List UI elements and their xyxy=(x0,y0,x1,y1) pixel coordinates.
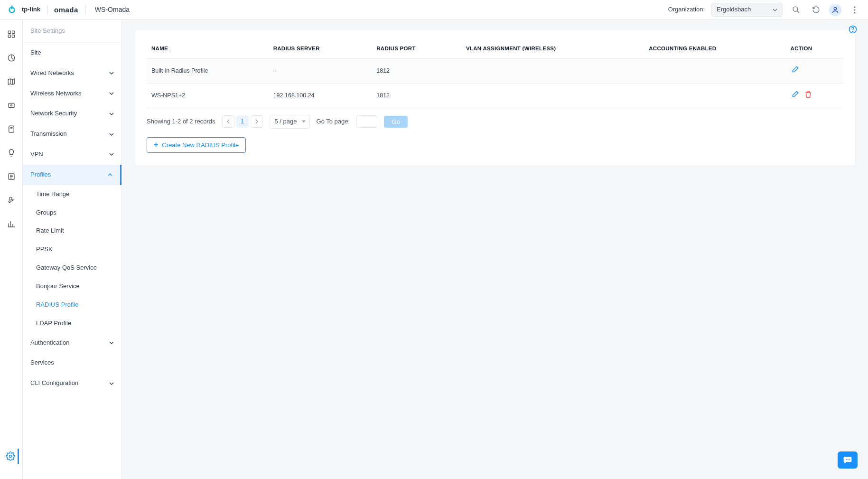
nav-item-label: Wireless Networks xyxy=(30,89,82,98)
create-radius-profile-button[interactable]: + Create New RADIUS Profile xyxy=(147,137,246,153)
nav-item-wired-networks[interactable]: Wired Networks xyxy=(23,63,121,84)
more-icon[interactable] xyxy=(848,3,861,17)
svg-point-3 xyxy=(854,6,856,8)
column-header: NAME xyxy=(147,39,269,58)
column-header: RADIUS PORT xyxy=(372,39,461,58)
nav-sub-groups[interactable]: Groups xyxy=(23,204,121,222)
cell-vlan xyxy=(461,58,644,83)
goto-page-input[interactable] xyxy=(356,115,377,128)
edit-icon[interactable] xyxy=(791,90,799,101)
nav-sub-gateway-qos-service[interactable]: Gateway QoS Service xyxy=(23,259,121,277)
nav-item-wireless-networks[interactable]: Wireless Networks xyxy=(23,84,121,104)
svg-rect-9 xyxy=(12,35,14,38)
rail-clients-icon[interactable] xyxy=(4,122,19,137)
nav-item-authentication[interactable]: Authentication xyxy=(23,333,121,353)
chevron-down-icon xyxy=(109,340,114,345)
chevron-down-icon xyxy=(109,381,114,386)
help-icon[interactable] xyxy=(848,25,858,37)
brand-logo: tp-link xyxy=(7,5,40,15)
column-header: ACTION xyxy=(786,39,843,58)
nav-item-label: Wired Networks xyxy=(30,69,74,78)
svg-point-20 xyxy=(849,459,850,460)
page-next-button[interactable] xyxy=(251,115,263,128)
rail-devices-icon[interactable] xyxy=(4,98,19,113)
nav-item-cli-configuration[interactable]: CLI Configuration xyxy=(23,373,121,394)
nav-item-network-security[interactable]: Network Security xyxy=(23,103,121,124)
delete-icon[interactable] xyxy=(804,90,812,101)
svg-point-12 xyxy=(10,105,12,106)
nav-sub-radius-profile[interactable]: RADIUS Profile xyxy=(23,296,121,314)
nav-item-transmission[interactable]: Transmission xyxy=(23,124,121,144)
nav-item-label: Authentication xyxy=(30,338,69,348)
chevron-down-icon xyxy=(109,152,114,157)
organization-label: Organization: xyxy=(668,5,705,14)
table-row: Built-in Radius Profile--1812 xyxy=(147,58,843,83)
settings-sidebar: Site Settings SiteWired NetworksWireless… xyxy=(23,20,122,479)
page-size-select[interactable]: 5 / page xyxy=(270,115,310,129)
nav-item-label: CLI Configuration xyxy=(30,379,78,388)
rail-report-icon[interactable] xyxy=(4,216,19,232)
cell-server: -- xyxy=(269,58,372,83)
rail-statistics-icon[interactable] xyxy=(4,50,19,66)
create-button-label: Create New RADIUS Profile xyxy=(162,141,239,149)
edit-icon[interactable] xyxy=(791,66,799,76)
rail-tools-icon[interactable] xyxy=(4,193,19,208)
goto-page-label: Go To page: xyxy=(317,117,350,126)
page-prev-button[interactable] xyxy=(222,115,234,128)
column-header: ACCOUNTING ENABLED xyxy=(644,39,785,58)
chevron-down-icon xyxy=(109,112,114,116)
nav-sub-bonjour-service[interactable]: Bonjour Service xyxy=(23,277,121,296)
cell-action xyxy=(786,58,843,83)
radius-profile-table: NAMERADIUS SERVERRADIUS PORTVLAN ASSIGNM… xyxy=(147,39,843,108)
nav-item-services[interactable]: Services xyxy=(23,353,121,373)
svg-rect-13 xyxy=(9,126,14,132)
rail-map-icon[interactable] xyxy=(4,74,19,89)
cell-action xyxy=(786,83,843,108)
svg-point-15 xyxy=(9,455,12,458)
cell-name: Built-in Radius Profile xyxy=(147,58,269,83)
refresh-icon[interactable] xyxy=(809,3,822,17)
icon-rail xyxy=(0,20,23,479)
rail-insight-icon[interactable] xyxy=(4,145,19,160)
nav-item-label: VPN xyxy=(30,150,43,159)
rail-settings-icon[interactable] xyxy=(4,449,19,464)
brand-divider-2 xyxy=(85,5,85,15)
radius-profile-panel: NAMERADIUS SERVERRADIUS PORTVLAN ASSIGNM… xyxy=(135,30,855,165)
pagination: Showing 1-2 of 2 records 1 5 / page Go T… xyxy=(147,115,843,129)
brand-omada: omada xyxy=(54,5,78,15)
nav-sub-rate-limit[interactable]: Rate Limit xyxy=(23,222,121,240)
goto-page-button[interactable]: Go xyxy=(384,116,408,128)
nav-item-vpn[interactable]: VPN xyxy=(23,144,121,165)
chat-fab[interactable] xyxy=(838,451,858,469)
chevron-down-icon xyxy=(773,8,777,12)
chevron-down-icon xyxy=(109,71,114,75)
column-header: VLAN ASSIGNMENT (WIRELESS) xyxy=(461,39,644,58)
nav-item-site[interactable]: Site xyxy=(23,43,121,63)
nav-item-profiles[interactable]: Profiles xyxy=(23,165,121,185)
main-content: NAMERADIUS SERVERRADIUS PORTVLAN ASSIGNM… xyxy=(122,20,868,479)
search-icon[interactable] xyxy=(789,3,803,17)
cell-acct xyxy=(644,83,785,108)
sidebar-title: Site Settings xyxy=(23,20,121,43)
nav-item-label: Services xyxy=(30,358,54,367)
table-row: WS-NPS1+2192.168.100.241812 xyxy=(147,83,843,108)
organization-select[interactable]: Ergoldsbach xyxy=(711,3,783,17)
cell-vlan xyxy=(461,83,644,108)
page-number[interactable]: 1 xyxy=(236,115,249,128)
nav-item-label: Transmission xyxy=(30,130,67,139)
rail-dashboard-icon[interactable] xyxy=(4,27,19,42)
chevron-up-icon xyxy=(108,172,112,177)
brand-divider xyxy=(47,5,47,15)
cell-acct xyxy=(644,58,785,83)
nav-sub-ppsk[interactable]: PPSK xyxy=(23,240,121,259)
svg-point-18 xyxy=(846,459,847,460)
user-avatar[interactable] xyxy=(829,4,841,16)
svg-rect-8 xyxy=(8,35,10,38)
nav-sub-ldap-profile[interactable]: LDAP Profile xyxy=(23,314,121,333)
svg-point-1 xyxy=(793,7,798,11)
rail-log-icon[interactable] xyxy=(4,169,19,184)
nav-sub-time-range[interactable]: Time Range xyxy=(23,185,121,204)
chevron-down-icon xyxy=(109,132,114,137)
svg-point-4 xyxy=(854,9,856,10)
cell-port: 1812 xyxy=(372,83,461,108)
